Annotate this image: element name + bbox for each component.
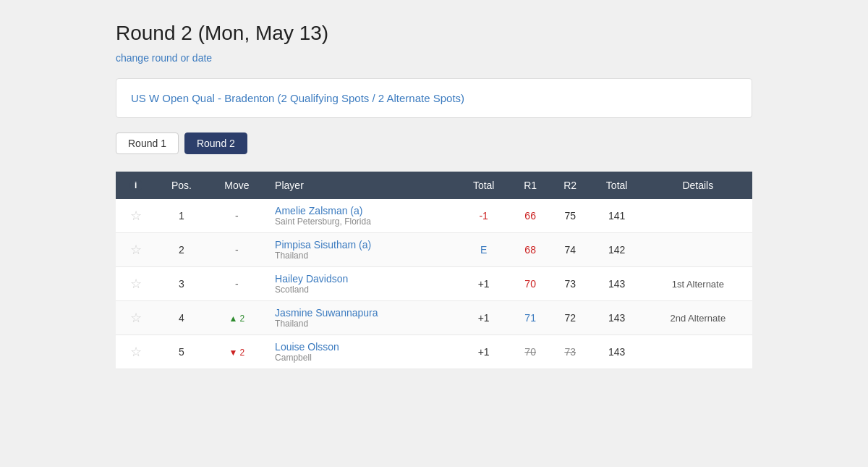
player-name[interactable]: Jasmine Suwannapura [275, 307, 451, 319]
r1-cell: 70 [511, 267, 550, 301]
header-total: Total [457, 172, 511, 199]
header-info: i [116, 172, 156, 199]
r2-cell: 73 [550, 335, 590, 369]
table-row: ☆3-Hailey DavidsonScotland+170731431st A… [116, 267, 752, 301]
r1-score: 70 [524, 346, 536, 358]
table-row: ☆1-Amelie Zalsman (a)Saint Petersburg, F… [116, 199, 752, 233]
score-total: E [480, 244, 487, 256]
r2-cell: 72 [550, 301, 590, 335]
header-pos: Pos. [156, 172, 207, 199]
total2-score: 143 [608, 312, 625, 324]
round-buttons: Round 1 Round 2 [116, 132, 752, 154]
r1-cell: 68 [511, 233, 550, 267]
score-total-cell: +1 [457, 335, 511, 369]
tournament-box: US W Open Qual - Bradenton (2 Qualifying… [116, 78, 752, 118]
player-country: Thailand [275, 319, 451, 329]
header-details: Details [644, 172, 752, 199]
header-move: Move [208, 172, 267, 199]
star-cell: ☆ [116, 233, 156, 267]
header-total2: Total [590, 172, 644, 199]
star-cell: ☆ [116, 335, 156, 369]
score-total: +1 [478, 346, 490, 358]
star-cell: ☆ [116, 301, 156, 335]
r1-cell: 70 [511, 335, 550, 369]
total2-score: 143 [608, 346, 625, 358]
details-cell [644, 199, 752, 233]
header-player: Player [266, 172, 457, 199]
score-total: -1 [479, 210, 488, 222]
player-cell: Pimpisa Sisutham (a)Thailand [266, 233, 457, 267]
score-total-cell: +1 [457, 301, 511, 335]
r2-cell: 74 [550, 233, 590, 267]
player-name[interactable]: Hailey Davidson [275, 273, 451, 285]
total2-score: 143 [608, 278, 625, 290]
page-title: Round 2 (Mon, May 13) [116, 22, 752, 45]
pos-cell: 3 [156, 267, 207, 301]
player-name[interactable]: Amelie Zalsman (a) [275, 205, 451, 216]
star-cell: ☆ [116, 199, 156, 233]
move-cell: ▲ 2 [208, 301, 267, 335]
r1-score: 71 [524, 312, 536, 324]
player-cell: Amelie Zalsman (a)Saint Petersburg, Flor… [266, 199, 457, 233]
r1-cell: 66 [511, 199, 550, 233]
move-indicator: ▲ 2 [229, 314, 244, 324]
round-1-button[interactable]: Round 1 [116, 132, 179, 154]
score-total-cell: -1 [457, 199, 511, 233]
move-indicator: - [235, 210, 239, 222]
move-cell: - [208, 199, 267, 233]
round-2-button[interactable]: Round 2 [184, 132, 247, 154]
pos-cell: 4 [156, 301, 207, 335]
details-text: 2nd Alternate [671, 313, 726, 324]
r2-score: 73 [564, 346, 576, 358]
player-country: Campbell [275, 353, 451, 363]
move-indicator: - [235, 278, 239, 290]
r1-score: 68 [524, 244, 536, 256]
info-icon: i [129, 179, 142, 192]
player-cell: Hailey DavidsonScotland [266, 267, 457, 301]
player-country: Saint Petersburg, Florida [275, 216, 451, 227]
scores-table: i Pos. Move Player Total R1 R2 Total Det… [116, 172, 752, 369]
player-cell: Jasmine SuwannapuraThailand [266, 301, 457, 335]
r1-score: 70 [524, 278, 536, 290]
pos-cell: 5 [156, 335, 207, 369]
r2-score: 73 [564, 278, 576, 290]
total2-score: 142 [608, 244, 625, 256]
table-body: ☆1-Amelie Zalsman (a)Saint Petersburg, F… [116, 199, 752, 369]
page-wrapper: Round 2 (Mon, May 13) change round or da… [0, 0, 868, 467]
r2-score: 75 [564, 210, 576, 222]
r1-score: 66 [524, 210, 536, 222]
header-r2: R2 [550, 172, 590, 199]
table-row: ☆4▲ 2Jasmine SuwannapuraThailand+1717214… [116, 301, 752, 335]
move-cell: - [208, 267, 267, 301]
move-indicator: - [235, 244, 239, 256]
table-header-row: i Pos. Move Player Total R1 R2 Total Det… [116, 172, 752, 199]
details-text: 1st Alternate [672, 279, 724, 290]
player-name[interactable]: Louise Olsson [275, 341, 451, 353]
total2-cell: 141 [590, 199, 644, 233]
table-row: ☆5▼ 2Louise OlssonCampbell+17073143 [116, 335, 752, 369]
details-cell [644, 233, 752, 267]
star-icon[interactable]: ☆ [130, 209, 142, 223]
tournament-name[interactable]: US W Open Qual - Bradenton (2 Qualifying… [131, 92, 464, 104]
total2-cell: 143 [590, 335, 644, 369]
score-total: +1 [478, 278, 490, 290]
move-cell: - [208, 233, 267, 267]
total2-cell: 143 [590, 267, 644, 301]
r1-cell: 71 [511, 301, 550, 335]
star-icon[interactable]: ☆ [130, 345, 142, 359]
r2-cell: 75 [550, 199, 590, 233]
change-round-link[interactable]: change round or date [116, 52, 212, 64]
star-icon[interactable]: ☆ [130, 243, 142, 257]
score-total-cell: E [457, 233, 511, 267]
r2-score: 74 [564, 244, 576, 256]
table-row: ☆2-Pimpisa Sisutham (a)ThailandE6874142 [116, 233, 752, 267]
player-country: Scotland [275, 285, 451, 295]
total2-score: 141 [608, 210, 625, 222]
player-name[interactable]: Pimpisa Sisutham (a) [275, 239, 451, 251]
star-icon[interactable]: ☆ [130, 311, 142, 325]
total2-cell: 142 [590, 233, 644, 267]
star-icon[interactable]: ☆ [130, 277, 142, 291]
details-cell: 1st Alternate [644, 267, 752, 301]
score-total-cell: +1 [457, 267, 511, 301]
details-cell [644, 335, 752, 369]
